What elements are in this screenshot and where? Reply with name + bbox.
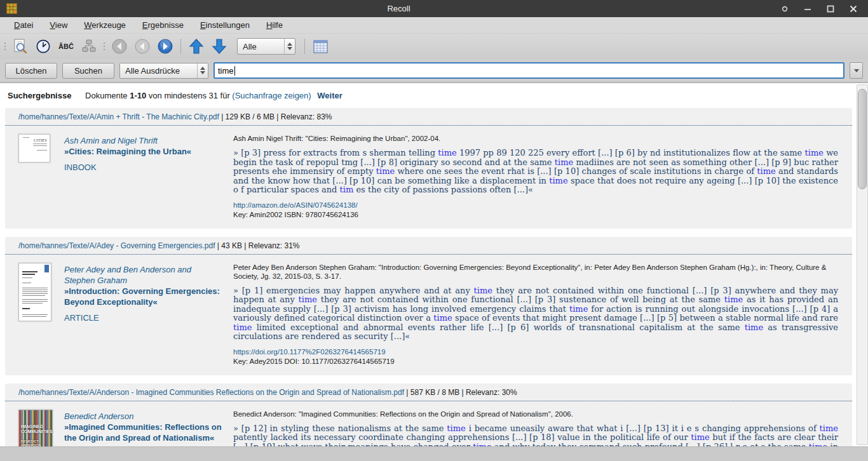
doc-title[interactable]: »Cities: Reimagining the Urban«: [64, 146, 222, 157]
doc-key: Key: Adey2015 DOI: 10.1177/0263276414565…: [233, 357, 838, 365]
result-card: /home/hannes/Texte/A/Amin + Thrift - The…: [5, 108, 852, 229]
result-meta: | 129 KB / 6 MB | Relevanz: 83%: [219, 112, 332, 121]
titlebar: Recoll: [0, 0, 868, 17]
toolbar-separator-2: [304, 39, 305, 54]
results-range: 1-10: [130, 91, 146, 100]
result-path-link[interactable]: /home/hannes/Texte/A/Amin + Thrift - The…: [18, 112, 219, 121]
results-header: Suchergebnisse Dokumente 1-10 von mindes…: [0, 83, 855, 108]
results-count-prefix: Dokumente: [85, 91, 127, 100]
vertical-scrollbar[interactable]: [857, 84, 868, 445]
spinner-arrows-icon: [197, 63, 208, 78]
document-thumbnail[interactable]: [18, 263, 51, 321]
result-card: /home/hannes/Texte/A/Adey - Governing Em…: [5, 237, 852, 375]
search-toolbar: Löschen Suchen Alle Ausdrücke time: [0, 59, 868, 83]
thumbnail-cover-author: BENEDICT ANDERSON: [21, 439, 51, 447]
doc-snippet: » [p 12] in styling these nationalisms a…: [233, 424, 838, 447]
result-path-link[interactable]: /home/hannes/Texte/A/Anderson - Imagined…: [18, 388, 404, 397]
page-up-icon[interactable]: [186, 37, 207, 56]
doc-url-link[interactable]: http://amazon.de/o/ASIN/0745624138/: [233, 201, 838, 209]
doc-citation: Ash Amin Nigel Thrift: "Cities: Reimagin…: [233, 134, 838, 143]
result-meta: | 587 KB / 8 MB | Relevanz: 30%: [404, 388, 517, 397]
doc-title[interactable]: »Introduction: Governing Emergencies: Be…: [64, 286, 222, 307]
toolbar: ÂBĈ: [0, 34, 868, 59]
doc-author: Ash Amin and Nigel Thrift: [64, 135, 222, 146]
result-path-link[interactable]: /home/hannes/Texte/A/Adey - Governing Em…: [18, 241, 215, 250]
thumbnail-cover-text: CITIES: [34, 138, 47, 142]
doc-author: Peter Adey and Ben Anderson and Stephen …: [64, 264, 222, 286]
results-area: Suchergebnisse Dokumente 1-10 von mindes…: [0, 83, 868, 446]
window-menu-icon[interactable]: [780, 4, 789, 13]
document-thumbnail[interactable]: CITIES: [18, 134, 50, 163]
toolbar-separator: [180, 39, 181, 54]
result-table-icon[interactable]: [310, 37, 330, 56]
preview-document-icon[interactable]: [10, 37, 31, 56]
menu-view[interactable]: View: [42, 18, 75, 32]
document-thumbnail[interactable]: IMAGINED COMMUNITIES BENEDICT ANDERSON: [18, 410, 53, 447]
category-filter-value: Alle: [238, 42, 284, 51]
thumbnail-cover-text: IMAGINED COMMUNITIES: [21, 424, 51, 434]
result-meta: | 43 KB | Relevanz: 31%: [215, 241, 300, 250]
search-mode-value: Alle Ausdrücke: [120, 66, 197, 76]
search-mode-select[interactable]: Alle Ausdrücke: [119, 63, 208, 79]
page-down-icon[interactable]: [209, 37, 229, 56]
toolbar-drag-handle-2[interactable]: [102, 39, 107, 53]
toolbar-drag-handle[interactable]: [3, 39, 8, 53]
nav-back-icon[interactable]: [132, 37, 153, 56]
result-path-row: /home/hannes/Texte/A/Amin + Thrift - The…: [5, 108, 852, 126]
nav-first-page-icon[interactable]: [109, 37, 130, 56]
clock-icon[interactable]: [33, 37, 53, 56]
maximize-icon[interactable]: [826, 4, 835, 13]
results-viewport: Suchergebnisse Dokumente 1-10 von mindes…: [0, 83, 855, 446]
sort-parameters-icon[interactable]: [79, 37, 99, 56]
nav-forward-icon[interactable]: [155, 37, 175, 56]
search-input[interactable]: time: [214, 62, 844, 79]
recoll-app-icon: [6, 3, 17, 14]
chevron-down-icon: [854, 69, 859, 72]
doc-citation: Peter Adey Ben Anderson Stephen Graham: …: [233, 263, 838, 281]
next-page-link[interactable]: Weiter: [317, 91, 342, 100]
clear-button[interactable]: Löschen: [5, 63, 57, 79]
menubar: Datei View Werkzeuge Ergebnisse Einstell…: [0, 17, 868, 34]
doc-type-badge: INBOOK: [64, 163, 222, 172]
search-query-text: time: [218, 66, 234, 76]
window-title: Recoll: [17, 4, 780, 13]
doc-url-link[interactable]: https://doi.org/10.1177%2F02632764145657…: [233, 348, 838, 356]
menu-ergebnisse[interactable]: Ergebnisse: [135, 18, 191, 32]
menu-einstellungen[interactable]: Einstellungen: [193, 18, 257, 32]
results-title: Suchergebnisse: [8, 91, 71, 100]
doc-author: Benedict Anderson: [64, 411, 222, 422]
search-button[interactable]: Suchen: [62, 63, 114, 79]
minimize-icon[interactable]: [803, 4, 812, 13]
doc-snippet: » [p 1] emergencies may happen anywhere …: [233, 286, 838, 342]
result-card: /home/hannes/Texte/A/Anderson - Imagined…: [5, 384, 852, 447]
scrollbar-thumb[interactable]: [858, 89, 867, 189]
recoll-window: Recoll Datei View Werkzeuge Ergebnisse E…: [0, 0, 868, 461]
close-icon[interactable]: [849, 4, 858, 13]
search-history-dropdown[interactable]: [850, 62, 863, 79]
doc-key: Key: Amin2002 ISBN: 9780745624136: [233, 211, 838, 218]
doc-snippet: » [p 3] press for extracts from s sherma…: [233, 149, 838, 195]
doc-citation: Benedict Anderson: "Imagined Communities…: [233, 410, 838, 418]
category-filter-select[interactable]: Alle: [237, 38, 295, 55]
results-count-middle: von mindestens 31 für: [149, 91, 230, 100]
status-strip: [0, 446, 868, 461]
spinner-arrows-icon: [284, 39, 295, 54]
menu-hilfe[interactable]: Hilfe: [259, 18, 290, 32]
menu-datei[interactable]: Datei: [6, 18, 41, 32]
term-explorer-abc-icon[interactable]: ÂBĈ: [56, 37, 76, 56]
result-path-row: /home/hannes/Texte/A/Adey - Governing Em…: [5, 237, 852, 255]
doc-title[interactable]: »Imagined Communities: Reflections on th…: [64, 422, 222, 443]
doc-type-badge: ARTICLE: [64, 313, 222, 323]
result-path-row: /home/hannes/Texte/A/Anderson - Imagined…: [5, 384, 852, 401]
menu-werkzeuge[interactable]: Werkzeuge: [76, 18, 133, 32]
text-caret: [234, 66, 235, 76]
show-query-link[interactable]: (Suchanfrage zeigen): [232, 91, 311, 100]
